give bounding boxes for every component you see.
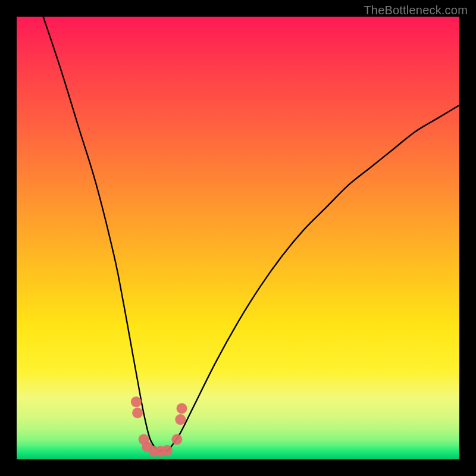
curve-marker bbox=[131, 396, 142, 407]
curve-marker bbox=[171, 434, 182, 445]
plot-area bbox=[17, 17, 459, 459]
chart-frame: TheBottleneck.com bbox=[0, 0, 476, 476]
curve-marker bbox=[175, 414, 186, 425]
curve-marker bbox=[162, 445, 173, 456]
watermark-text: TheBottleneck.com bbox=[364, 4, 468, 17]
curve-marker bbox=[132, 408, 143, 418]
marker-layer bbox=[131, 396, 187, 456]
chart-svg bbox=[17, 17, 459, 459]
bottleneck-curve bbox=[43, 17, 459, 451]
curve-layer bbox=[43, 17, 459, 451]
curve-marker bbox=[177, 403, 187, 414]
